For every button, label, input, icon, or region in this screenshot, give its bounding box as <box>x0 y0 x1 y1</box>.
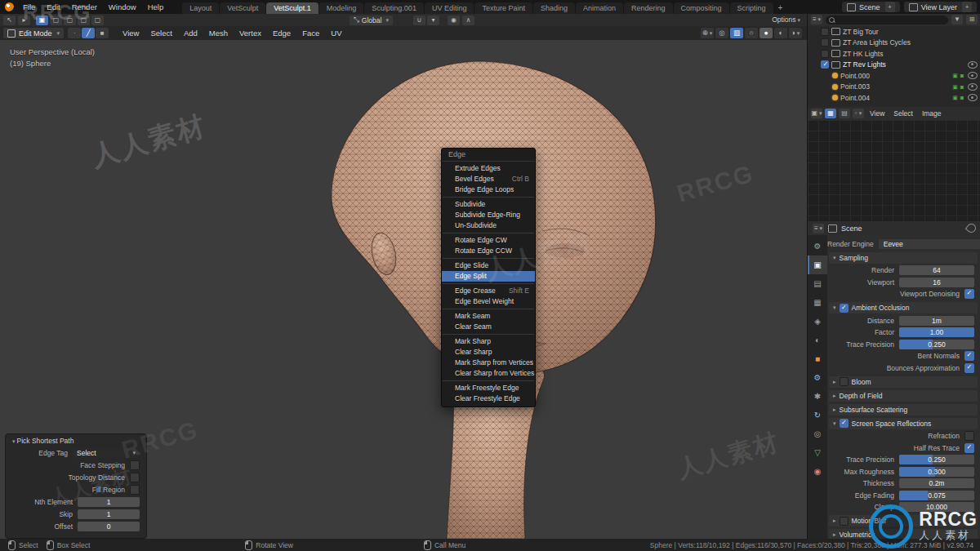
section-bloom[interactable]: Bloom <box>829 376 978 388</box>
edge-select-button[interactable]: ╱ <box>82 28 95 38</box>
workspace-tab[interactable]: Shading <box>533 2 575 14</box>
section-motion-blur[interactable]: Motion Blur <box>829 515 978 527</box>
section-subsurface-scattering[interactable]: Subsurface Scattering <box>829 404 978 415</box>
menu-item[interactable]: Rotate Edge CW <box>442 235 535 246</box>
menu-window[interactable]: Window <box>103 0 142 14</box>
viewport-visibility-icon[interactable]: ▣ <box>952 84 958 90</box>
hide-eye-icon[interactable] <box>968 83 978 91</box>
face-select-button[interactable]: ■ <box>96 28 109 38</box>
topology-distance-checkbox[interactable] <box>130 473 140 482</box>
tool-option-icon[interactable]: ▢ <box>78 16 90 25</box>
menu-item[interactable]: Rotate Edge CCW <box>442 246 535 256</box>
workspace-tab[interactable]: Layout <box>182 2 219 14</box>
menu-item[interactable]: Edge Bevel Weight <box>442 296 535 307</box>
pin-icon[interactable] <box>965 222 978 234</box>
motion-blur-checkbox[interactable] <box>840 517 849 526</box>
menu-mesh[interactable]: Mesh <box>203 26 234 40</box>
paint-mode-icon[interactable]: ▤ <box>839 109 850 118</box>
tab-modifiers[interactable]: ⚙ <box>808 368 827 387</box>
menu-vertex[interactable]: Vertex <box>234 26 267 40</box>
snap-magnet-icon[interactable]: ∪ <box>413 16 425 25</box>
menu-item[interactable]: Clear Seam <box>442 322 535 332</box>
tab-constraints[interactable]: ◎ <box>808 424 827 443</box>
bent-normals-checkbox[interactable] <box>964 351 974 361</box>
menu-file[interactable]: File <box>17 0 41 14</box>
editor-type-icon[interactable]: ▣ <box>811 109 822 118</box>
section-screen-space-reflections[interactable]: Screen Space Reflections <box>829 418 978 429</box>
outliner-row[interactable]: ZT HK Lights <box>808 48 980 60</box>
menu-item-edge-split-highlighted[interactable]: Edge Split <box>442 271 535 282</box>
render-visibility-icon[interactable]: ◙ <box>960 95 964 100</box>
tool-icon[interactable]: ▸ <box>18 16 30 25</box>
filter-icon[interactable]: ▼ <box>951 15 963 24</box>
viewport-visibility-icon[interactable]: ▣ <box>952 95 958 100</box>
face-stepping-checkbox[interactable] <box>130 460 140 470</box>
bounces-approximation-checkbox[interactable] <box>964 363 974 373</box>
offset-field[interactable]: 0 <box>78 522 140 531</box>
menu-item[interactable]: Bevel EdgesCtrl B <box>442 174 535 184</box>
collection-checkbox-checked[interactable] <box>821 60 829 69</box>
tab-output[interactable]: ▤ <box>808 274 827 293</box>
mode-dropdown[interactable]: Edit Mode <box>3 28 64 38</box>
workspace-tab-active[interactable]: VetSculpt.1 <box>266 2 318 14</box>
workspace-tab[interactable]: VetSculpt <box>220 2 265 14</box>
render-visibility-icon[interactable]: ◙ <box>960 84 964 90</box>
uv-mode-icon[interactable]: ▦ <box>825 109 836 118</box>
collection-checkbox[interactable] <box>821 50 829 58</box>
view-layer-selector[interactable]: View Layer + <box>904 2 977 12</box>
menu-item[interactable]: Mark Sharp from Vertices <box>442 358 535 368</box>
menu-select[interactable]: Select <box>890 109 916 118</box>
workspace-tab[interactable]: Texture Paint <box>474 2 532 14</box>
menu-uv[interactable]: UV <box>325 26 347 40</box>
outliner-row-active-collection[interactable]: ZT Rev Lights <box>808 60 980 71</box>
workspace-tab[interactable]: Modeling <box>319 2 364 14</box>
render-samples-field[interactable]: 64 <box>899 265 974 275</box>
workspace-tab[interactable]: Scripting <box>730 2 773 14</box>
new-collection-icon[interactable]: ⊞ <box>966 15 978 24</box>
proportional-falloff-icon[interactable]: ∧ <box>462 16 474 25</box>
tool-option-icon[interactable]: ▢ <box>50 16 62 25</box>
new-view-layer-button[interactable]: + <box>962 2 972 12</box>
section-ambient-occlusion[interactable]: Ambient Occlusion <box>829 302 978 313</box>
outliner-search-input[interactable] <box>826 16 948 24</box>
clamp-field[interactable]: 10.000 <box>899 502 974 512</box>
tool-option-icon[interactable]: ▣ <box>36 16 48 25</box>
menu-item[interactable]: Subdivide Edge-Ring <box>442 210 535 220</box>
hide-eye-icon[interactable] <box>968 72 978 79</box>
proportional-editing-icon[interactable]: ◉ <box>448 16 460 25</box>
new-scene-button[interactable]: + <box>885 2 895 12</box>
menu-item[interactable]: Extrude Edges <box>442 163 535 174</box>
menu-edit[interactable]: Edit <box>41 0 65 14</box>
tab-render[interactable]: ▣ <box>808 256 827 274</box>
menu-item[interactable]: Clear Freestyle Edge <box>442 393 535 404</box>
tab-particles[interactable]: ✱ <box>808 387 827 406</box>
blender-logo-icon[interactable] <box>5 2 14 11</box>
menu-select[interactable]: Select <box>145 26 177 40</box>
edge-tag-dropdown[interactable]: Select <box>73 448 140 458</box>
section-sampling[interactable]: Sampling <box>829 252 978 264</box>
hide-eye-icon[interactable] <box>968 94 978 101</box>
menu-item[interactable]: Mark Seam <box>442 311 535 322</box>
outliner-row[interactable]: ZT Area Lights Cycles <box>808 38 980 49</box>
max-roughness-slider[interactable]: 0.300 <box>899 467 974 477</box>
hide-eye-icon[interactable] <box>968 61 978 69</box>
menu-item[interactable]: Subdivide <box>442 199 535 210</box>
outliner-row[interactable]: ZT Big Tour <box>808 26 980 38</box>
outliner-row-light[interactable]: Point.003 ▣ ◙ <box>808 82 980 93</box>
thickness-field[interactable]: 0.2m <box>899 478 974 488</box>
shading-rendered-icon[interactable]: ◑ <box>789 28 802 38</box>
menu-render[interactable]: Render <box>66 0 103 14</box>
menu-item[interactable]: Un-Subdivide <box>442 220 535 231</box>
snap-dropdown-icon[interactable]: ▾ <box>427 16 439 25</box>
xray-toggle-icon[interactable]: ▥ <box>730 28 743 38</box>
edge-fading-slider[interactable]: 0.075 <box>899 491 974 500</box>
menu-item[interactable]: Mark Sharp <box>442 336 535 347</box>
vertex-select-button[interactable]: ∙ <box>68 28 81 38</box>
outliner-display-mode-icon[interactable]: ≡ <box>811 15 822 24</box>
tab-physics[interactable]: ↻ <box>808 406 827 424</box>
menu-item[interactable]: Edge CreaseShift E <box>442 286 535 296</box>
tab-material[interactable]: ◉ <box>808 462 827 481</box>
menu-item[interactable]: Edge Slide <box>442 260 535 271</box>
ao-trace-precision-slider[interactable]: 0.250 <box>899 340 974 349</box>
bloom-checkbox[interactable] <box>840 377 849 386</box>
